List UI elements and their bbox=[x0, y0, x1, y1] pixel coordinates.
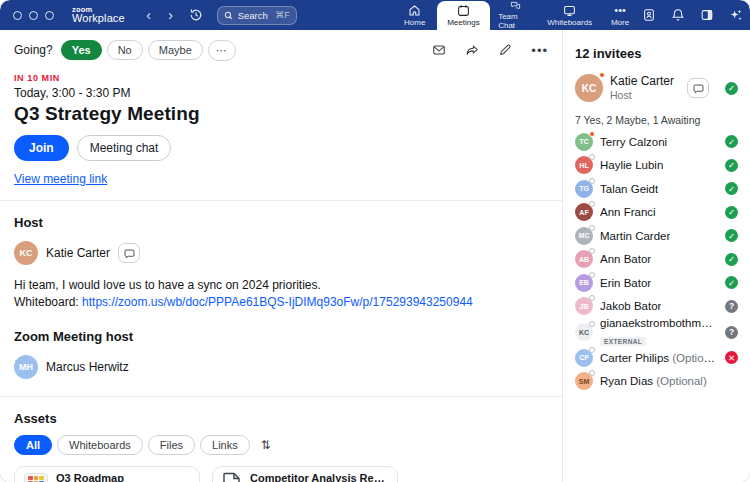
invitee-row[interactable]: KC gianaekstrombothman@... EXTERNAL bbox=[575, 318, 738, 346]
tab-home[interactable]: Home bbox=[393, 0, 437, 30]
tab-meetings[interactable]: Meetings bbox=[437, 1, 490, 30]
rsvp-status-icon bbox=[725, 159, 738, 172]
window-zoom-button[interactable] bbox=[45, 11, 54, 20]
chat-with-host-button[interactable] bbox=[118, 243, 140, 263]
chat-bubble-icon bbox=[693, 83, 704, 94]
rsvp-status-icon bbox=[725, 253, 738, 266]
view-meeting-link[interactable]: View meeting link bbox=[14, 172, 107, 186]
more-dots-icon: ••• bbox=[614, 4, 626, 17]
rsvp-row: Going? Yes No Maybe ⋯ ••• bbox=[14, 33, 548, 67]
description-line-1: Hi team, I would love us to have a sync … bbox=[14, 277, 548, 294]
rsvp-status-icon bbox=[725, 135, 738, 148]
window-minimize-button[interactable] bbox=[29, 11, 38, 20]
zoom-host-person-row: MH Marcus Herwitz bbox=[14, 355, 548, 379]
section-divider bbox=[0, 200, 562, 201]
search-icon bbox=[224, 11, 233, 20]
presence-dot bbox=[589, 178, 595, 184]
filter-links[interactable]: Links bbox=[200, 435, 250, 455]
invitee-name: gianaekstrombothman@... bbox=[600, 317, 718, 330]
asset-card-grid: Q3 RoadmapZoom Whiteboard PDF Competitor… bbox=[14, 466, 548, 482]
meeting-detail-panel: Going? Yes No Maybe ⋯ ••• bbox=[0, 30, 562, 482]
host-avatar: KC bbox=[14, 241, 38, 265]
presence-dot bbox=[589, 321, 595, 327]
filter-all[interactable]: All bbox=[14, 435, 52, 455]
edit-pencil-icon[interactable] bbox=[498, 43, 512, 57]
whiteboard-link[interactable]: https://zoom.us/wb/doc/PPPAe61BQS-IjDIMq… bbox=[82, 295, 473, 309]
invitee-row[interactable]: AF Ann Franci bbox=[575, 201, 738, 225]
home-icon bbox=[408, 4, 421, 17]
filter-whiteboards[interactable]: Whiteboards bbox=[57, 435, 143, 455]
window-controls[interactable] bbox=[13, 11, 54, 20]
contacts-icon[interactable] bbox=[642, 8, 656, 22]
invitees-panel: 12 invitees KC Katie Carter Host 7 Yes, … bbox=[562, 30, 750, 482]
tab-whiteboards[interactable]: Whiteboards bbox=[541, 0, 598, 30]
invitee-row[interactable]: CP Carter Philips (Optional) bbox=[575, 346, 738, 370]
back-button[interactable]: ‹ bbox=[141, 1, 157, 29]
host-person-row: KC Katie Carter bbox=[14, 241, 548, 265]
invitee-name: Martin Carder bbox=[600, 230, 670, 242]
invitee-row[interactable]: SM Ryan Dias (Optional) bbox=[575, 370, 738, 394]
more-actions-icon[interactable]: ••• bbox=[531, 43, 548, 58]
rsvp-yes-button[interactable]: Yes bbox=[61, 40, 102, 60]
zoom-workplace-logo: zoom Workplace bbox=[72, 6, 125, 25]
meeting-chat-button[interactable]: Meeting chat bbox=[77, 135, 172, 161]
rsvp-more-button[interactable]: ⋯ bbox=[208, 40, 236, 61]
optional-label: (Optional) bbox=[656, 375, 707, 387]
invitee-list: TC Terry Calzoni HL Haylie Lubin TG Tala… bbox=[575, 130, 738, 393]
top-bar: zoom Workplace ‹ › Search ⌘F Home bbox=[0, 0, 750, 30]
invitee-name: Katie Carter bbox=[610, 74, 674, 88]
chat-with-invitee-button[interactable] bbox=[687, 78, 709, 98]
invitee-row[interactable]: AB Ann Bator bbox=[575, 248, 738, 272]
invitee-row[interactable]: TC Terry Calzoni bbox=[575, 130, 738, 154]
rsvp-status-icon bbox=[725, 300, 738, 313]
presence-dot bbox=[589, 347, 595, 353]
presence-dot bbox=[589, 131, 595, 137]
asset-card-pdf-report[interactable]: PDF Competitor Analysis Report.pdf122.04… bbox=[212, 466, 398, 482]
chat-bubble-icon bbox=[124, 248, 135, 259]
invitee-row[interactable]: HL Haylie Lubin bbox=[575, 154, 738, 178]
asset-card-whiteboard[interactable]: Q3 RoadmapZoom Whiteboard bbox=[14, 466, 200, 482]
tab-team-chat[interactable]: Team Chat bbox=[490, 0, 541, 30]
invitee-name: Talan Geidt bbox=[600, 183, 658, 195]
ai-companion-sparkle-icon[interactable] bbox=[729, 8, 743, 22]
invitee-name: Terry Calzoni bbox=[600, 136, 667, 148]
invitee-name: Ann Bator bbox=[600, 253, 651, 265]
invitee-row[interactable]: MC Martin Carder bbox=[575, 224, 738, 248]
invitee-row[interactable]: JB Jakob Bator bbox=[575, 295, 738, 319]
share-forward-icon[interactable] bbox=[465, 43, 479, 57]
search-input[interactable]: Search ⌘F bbox=[217, 6, 297, 25]
rsvp-status-icon bbox=[725, 229, 738, 242]
forward-button[interactable]: › bbox=[163, 1, 179, 29]
invitee-name: Haylie Lubin bbox=[600, 159, 663, 171]
presence-dot bbox=[589, 225, 595, 231]
invitee-host-row[interactable]: KC Katie Carter Host bbox=[575, 74, 738, 102]
presence-dot bbox=[589, 201, 595, 207]
side-panel-toggle-icon[interactable] bbox=[700, 8, 714, 22]
window-close-button[interactable] bbox=[13, 11, 22, 20]
notifications-bell-icon[interactable] bbox=[671, 8, 685, 22]
rsvp-no-button[interactable]: No bbox=[107, 40, 143, 60]
sort-icon[interactable]: ⇅ bbox=[261, 438, 271, 452]
invitee-row[interactable]: TG Talan Geidt bbox=[575, 177, 738, 201]
rsvp-summary: 7 Yes, 2 Maybe, 1 Awaiting bbox=[575, 114, 738, 126]
description-line-2: Whiteboard: https://zoom.us/wb/doc/PPPAe… bbox=[14, 294, 548, 311]
rsvp-maybe-button[interactable]: Maybe bbox=[148, 40, 203, 60]
host-name: Katie Carter bbox=[46, 246, 110, 260]
presence-dot bbox=[589, 370, 595, 376]
invitee-row[interactable]: EB Erin Bator bbox=[575, 271, 738, 295]
email-icon[interactable] bbox=[432, 43, 446, 57]
pdf-file-icon: PDF bbox=[222, 472, 242, 482]
meeting-time: Today, 3:00 - 3:30 PM bbox=[14, 86, 548, 100]
zoom-host-name: Marcus Herwitz bbox=[46, 360, 129, 374]
whiteboard-icon bbox=[563, 4, 576, 17]
filter-files[interactable]: Files bbox=[148, 435, 195, 455]
meeting-description: Hi team, I would love us to have a sync … bbox=[14, 277, 548, 312]
history-icon[interactable] bbox=[189, 8, 203, 22]
search-shortcut: ⌘F bbox=[275, 10, 290, 20]
presence-dot bbox=[599, 72, 605, 78]
rsvp-status-icon bbox=[725, 82, 738, 95]
invitee-name: Jakob Bator bbox=[600, 300, 661, 312]
tab-more[interactable]: ••• More bbox=[598, 0, 642, 30]
join-button[interactable]: Join bbox=[14, 135, 69, 161]
meeting-title: Q3 Strategy Meeting bbox=[14, 103, 548, 125]
